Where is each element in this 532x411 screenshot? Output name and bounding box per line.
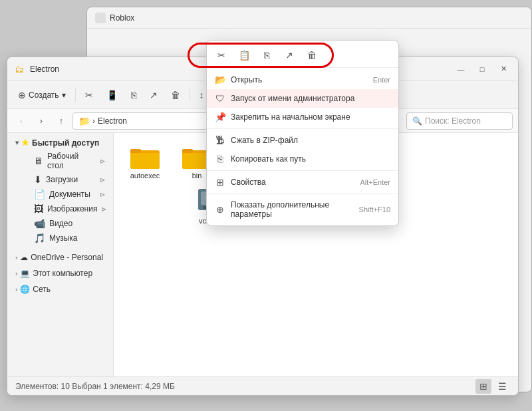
ctx-item-copypath-label: Копировать как путь	[231, 154, 390, 164]
ctx-item-properties-shortcut: Alt+Enter	[360, 178, 390, 186]
video-icon: 📹	[34, 218, 45, 229]
maximize-button[interactable]: □	[473, 63, 491, 76]
ctx-item-runas-label: Запуск от имени администратора	[231, 94, 390, 103]
ctx-divider-3	[207, 194, 398, 194]
minimize-button[interactable]: —	[452, 63, 470, 76]
context-menu-toolbar: ✂ 📋 ⎘ ↗ 🗑	[207, 43, 398, 68]
sidebar-item-video[interactable]: 📹 Видео	[10, 216, 110, 231]
titlebar-icon: 🗂	[13, 64, 26, 74]
ctx-item-zip-label: Сжать в ZIP-файл	[231, 136, 390, 145]
list-view-button[interactable]: ☰	[494, 379, 510, 394]
delete-button[interactable]: 🗑	[166, 85, 186, 105]
address-path: Electron	[98, 116, 127, 126]
sidebar-item-desktop[interactable]: 🖥 Рабочий стол ⊳	[10, 150, 110, 172]
sidebar: ▾ ★ Быстрый доступ 🖥 Рабочий стол ⊳ ⬇ За…	[7, 133, 114, 376]
statusbar-right: ⊞ ☰	[475, 379, 510, 394]
sort-icon: ↕	[200, 90, 204, 100]
ctx-item-open-label: Открыть	[231, 75, 368, 84]
statusbar: Элементов: 10 Выбран 1 элемент: 4,29 МБ …	[7, 376, 518, 395]
ctx-delete-button[interactable]: 🗑	[303, 46, 321, 65]
sidebar-quick-access[interactable]: ▾ ★ Быстрый доступ	[10, 136, 110, 150]
ctx-item-more-options[interactable]: ⊕ Показать дополнительные параметры Shif…	[207, 196, 398, 223]
network-icon: 🌐	[20, 285, 30, 294]
create-icon: ⊕	[18, 90, 26, 100]
sidebar-this-pc[interactable]: › 💻 Этот компьютер	[10, 267, 110, 280]
documents-icon: 📄	[34, 189, 45, 200]
copy-icon: ⎘	[131, 90, 136, 100]
ctx-item-open[interactable]: 📂 Открыть Enter	[207, 70, 398, 89]
sidebar-item-music[interactable]: 🎵 Музыка	[10, 231, 110, 245]
ctx-paste-button[interactable]: ⎘	[257, 46, 276, 65]
star-icon: ★	[21, 138, 29, 148]
arrow-icon-3: ⊳	[100, 191, 105, 198]
share-button[interactable]: ↗	[144, 85, 163, 105]
ctx-item-properties-label: Свойства	[231, 178, 354, 187]
sidebar-item-documents-label: Документы	[49, 190, 90, 199]
status-text: Элементов: 10 Выбран 1 элемент: 4,29 МБ	[15, 382, 175, 391]
ctx-cut-button[interactable]: ✂	[212, 46, 231, 65]
images-icon: 🖼	[34, 204, 43, 214]
sidebar-item-documents[interactable]: 📄 Документы ⊳	[10, 187, 110, 202]
ctx-item-open-shortcut: Enter	[373, 76, 390, 84]
sidebar-item-images[interactable]: 🖼 Изображения ⊳	[10, 202, 110, 216]
grid-view-button[interactable]: ⊞	[475, 379, 491, 394]
ctx-item-pin[interactable]: 📌 Закрепить на начальном экране	[207, 108, 398, 126]
sidebar-item-downloads-label: Загрузки	[46, 175, 78, 184]
back-button[interactable]: ‹	[13, 112, 30, 130]
ctx-item-zip[interactable]: 🗜 Сжать в ZIP-файл	[207, 131, 398, 150]
copy-path-icon: ⎘	[215, 154, 225, 164]
folder-open-icon: 📂	[215, 74, 225, 85]
copy-button[interactable]: ⎘	[126, 85, 142, 105]
separator-2	[190, 88, 190, 102]
mobile-button[interactable]: 📱	[101, 85, 123, 105]
sidebar-onedrive[interactable]: › ☁ OneDrive - Personal	[10, 251, 110, 264]
cut-button[interactable]: ✂	[80, 85, 98, 105]
music-icon: 🎵	[34, 233, 45, 243]
arrow-icon-4: ⊳	[101, 206, 106, 213]
search-icon: 🔍	[412, 116, 422, 126]
create-chevron-icon: ▾	[62, 90, 66, 100]
sidebar-item-images-label: Изображения	[47, 204, 97, 213]
ctx-item-properties[interactable]: ⊞ Свойства Alt+Enter	[207, 173, 398, 192]
pc-icon: 💻	[20, 269, 30, 278]
ctx-item-runas[interactable]: 🛡 Запуск от имени администратора	[207, 89, 398, 108]
ctx-copy-button[interactable]: 📋	[235, 46, 253, 65]
sidebar-network-label: Сеть	[33, 285, 51, 294]
up-button[interactable]: ↑	[53, 112, 70, 130]
list-item[interactable]: autoexec	[122, 141, 168, 229]
arrow-icon: ⊳	[100, 158, 105, 165]
titlebar-controls: — □ ✕	[452, 63, 513, 76]
file-label: bin	[192, 172, 202, 180]
downloads-icon: ⬇	[34, 174, 42, 185]
ctx-share-button[interactable]: ↗	[280, 46, 299, 65]
ctx-item-pin-label: Закрепить на начальном экране	[231, 112, 390, 122]
chevron-right-icon: ›	[15, 254, 17, 261]
separator-1	[75, 88, 76, 102]
sidebar-item-desktop-label: Рабочий стол	[47, 152, 96, 170]
close-button[interactable]: ✕	[494, 63, 513, 76]
svg-rect-5	[182, 149, 193, 153]
roblox-icon	[95, 13, 106, 23]
chevron-down-icon: ▾	[15, 139, 19, 146]
chevron-right-icon-2: ›	[15, 270, 17, 277]
sidebar-item-downloads[interactable]: ⬇ Загрузки ⊳	[10, 172, 110, 187]
shield-icon: 🛡	[215, 93, 225, 104]
address-separator: ›	[92, 116, 95, 126]
more-options-icon: ⊕	[215, 204, 225, 215]
search-placeholder: Поиск: Electron	[425, 116, 481, 126]
cloud-icon: ☁	[20, 253, 28, 262]
ctx-item-more-options-label: Показать дополнительные параметры	[231, 200, 354, 219]
sidebar-quick-access-label: Быстрый доступ	[32, 138, 99, 148]
create-button[interactable]: ⊕ Создать ▾	[13, 85, 71, 105]
sidebar-this-pc-label: Этот компьютер	[33, 269, 92, 278]
ctx-divider-2	[207, 170, 398, 171]
sidebar-item-music-label: Музыка	[49, 233, 77, 243]
pin-icon: 📌	[215, 112, 225, 122]
ctx-item-more-options-shortcut: Shift+F10	[359, 206, 390, 213]
svg-rect-2	[130, 149, 141, 153]
ctx-item-copypath[interactable]: ⎘ Копировать как путь	[207, 150, 398, 168]
search-box[interactable]: 🔍 Поиск: Electron	[406, 112, 513, 130]
forward-button[interactable]: ›	[33, 112, 50, 130]
chevron-right-icon-3: ›	[15, 286, 17, 293]
sidebar-network[interactable]: › 🌐 Сеть	[10, 283, 110, 296]
